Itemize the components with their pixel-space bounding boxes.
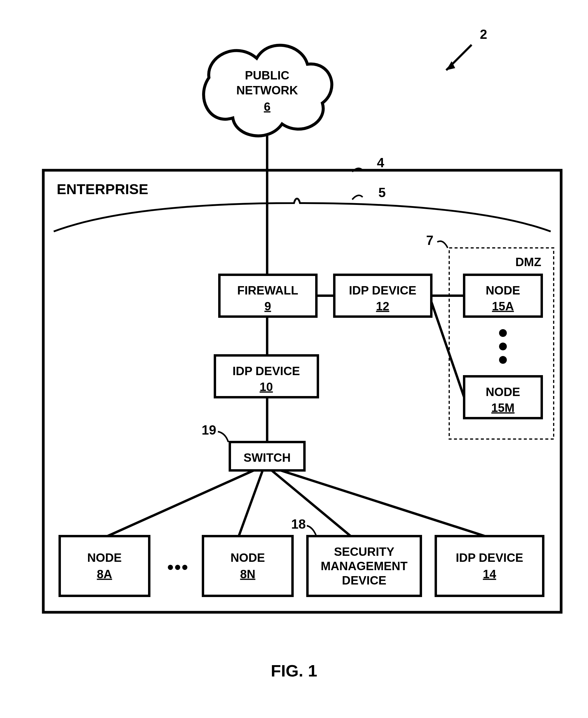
- svg-text:15M: 15M: [491, 401, 514, 414]
- node8n-box: NODE 8N: [203, 536, 293, 596]
- svg-text:8A: 8A: [97, 568, 112, 581]
- svg-text:SWITCH: SWITCH: [244, 451, 291, 464]
- svg-text:NODE: NODE: [230, 551, 265, 564]
- enterprise-label: ENTERPRISE: [57, 181, 148, 197]
- svg-text:NODE: NODE: [87, 551, 122, 564]
- public-network-cloud: PUBLIC NETWORK 6: [204, 45, 332, 136]
- svg-text:DMZ: DMZ: [516, 255, 542, 268]
- svg-text:10: 10: [260, 380, 273, 393]
- figure-ref-arrow: 2: [446, 27, 487, 70]
- svg-text:IDP DEVICE: IDP DEVICE: [349, 284, 416, 297]
- public-network-line1: PUBLIC: [245, 69, 290, 82]
- svg-text:18: 18: [291, 517, 306, 531]
- svg-text:14: 14: [483, 568, 496, 581]
- svg-text:IDP DEVICE: IDP DEVICE: [232, 364, 300, 377]
- svg-text:SECURITY: SECURITY: [334, 545, 395, 558]
- idp12-box: IDP DEVICE 12: [334, 275, 431, 316]
- svg-text:5: 5: [378, 185, 386, 200]
- ellipsis-vertical: [499, 329, 507, 364]
- svg-rect-28: [60, 536, 149, 596]
- svg-text:19: 19: [202, 423, 216, 437]
- link-idp12-node15m: [431, 302, 464, 397]
- svg-text:MANAGEMENT: MANAGEMENT: [320, 559, 407, 573]
- svg-text:12: 12: [376, 300, 390, 313]
- svg-text:NODE: NODE: [486, 385, 520, 398]
- switch-box: SWITCH 19: [202, 423, 304, 470]
- svg-text:15A: 15A: [492, 300, 514, 313]
- public-network-line2: NETWORK: [236, 84, 298, 97]
- firewall-box: FIREWALL 9: [219, 275, 316, 316]
- svg-point-16: [499, 329, 507, 337]
- network-diagram: 2 PUBLIC NETWORK 6 ENTERPRISE 4 5 FIREWA…: [0, 0, 588, 718]
- link-switch-node8a: [107, 470, 254, 536]
- svg-text:8N: 8N: [240, 568, 255, 581]
- svg-text:4: 4: [377, 155, 384, 170]
- secmgmt-box: SECURITY MANAGEMENT DEVICE 18: [291, 517, 421, 596]
- svg-text:9: 9: [265, 300, 271, 313]
- svg-point-17: [499, 343, 507, 350]
- node15a-box: NODE 15A: [464, 275, 542, 316]
- idp14-box: IDP DEVICE 14: [436, 536, 543, 596]
- svg-text:7: 7: [426, 233, 434, 248]
- link-switch-node8n: [239, 470, 262, 536]
- svg-point-18: [499, 356, 507, 364]
- svg-text:IDP DEVICE: IDP DEVICE: [456, 551, 523, 564]
- svg-rect-31: [203, 536, 293, 596]
- figure-caption: FIG. 1: [271, 661, 317, 680]
- svg-text:FIREWALL: FIREWALL: [237, 284, 298, 297]
- svg-text:DEVICE: DEVICE: [342, 574, 386, 587]
- idp10-box: IDP DEVICE 10: [215, 355, 318, 397]
- public-network-ref: 6: [264, 100, 270, 113]
- node15m-box: NODE 15M: [464, 376, 542, 418]
- figure-ref-label: 2: [480, 27, 487, 42]
- node8a-box: NODE 8A: [60, 536, 149, 596]
- ellipsis-horizontal: ●●●: [167, 560, 188, 573]
- svg-rect-39: [436, 536, 543, 596]
- svg-text:NODE: NODE: [486, 284, 520, 297]
